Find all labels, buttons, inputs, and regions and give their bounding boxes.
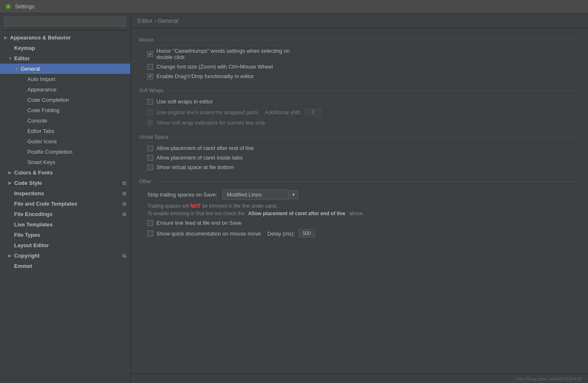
- sidebar-item-appearance-behavior[interactable]: ▶ Appearance & Behavior: [0, 32, 130, 43]
- trailing-not: NOT: [190, 203, 201, 209]
- search-input[interactable]: [4, 17, 126, 27]
- content-area: Editor › General Mouse Honor "CamelHumps…: [131, 13, 588, 383]
- breadcrumb-current: General: [158, 17, 178, 24]
- sidebar-item-live-templates[interactable]: Live Templates: [0, 219, 130, 230]
- caret-after-end-checkbox[interactable]: [147, 145, 153, 151]
- sidebar-item-auto-import[interactable]: Auto Import: [0, 74, 130, 84]
- sidebar-item-label-smart-keys: Smart Keys: [27, 159, 55, 165]
- sidebar-item-label-file-code-templates: File and Code Templates: [14, 201, 77, 207]
- search-container: [0, 13, 130, 31]
- sidebar-item-colors-fonts[interactable]: ▶ Colors & Fonts: [0, 167, 130, 178]
- sidebar-item-file-types[interactable]: File Types: [0, 230, 130, 240]
- quick-doc-checkbox[interactable]: [147, 231, 153, 236]
- drag-drop-checkbox[interactable]: [147, 74, 153, 79]
- sidebar-item-label-copyright: Copyright: [14, 253, 39, 259]
- sidebar-item-label-auto-import: Auto Import: [27, 76, 55, 82]
- sidebar-item-code-completion[interactable]: Code Completion: [0, 95, 130, 105]
- strip-trailing-dropdown-arrow[interactable]: ▼: [288, 190, 298, 199]
- mouse-section-label: Mouse: [139, 37, 580, 43]
- virtual-space-bottom-label: Show virtual space at file bottom: [156, 164, 234, 170]
- sidebar-item-label-file-types: File Types: [14, 232, 40, 238]
- additional-shift-label: Additional shift:: [265, 109, 301, 115]
- use-soft-wraps-checkbox[interactable]: [147, 99, 153, 105]
- sidebar-item-appearance[interactable]: Appearance: [0, 84, 130, 95]
- use-soft-wraps-row: Use soft wraps in editor: [139, 98, 580, 105]
- sidebar-item-inspections[interactable]: Inspections⧉: [0, 188, 130, 199]
- sidebar-item-label-editor-tabs: Editor Tabs: [27, 128, 54, 134]
- breadcrumb-separator: ›: [154, 17, 158, 24]
- sidebar-item-console[interactable]: Console: [0, 115, 130, 126]
- use-soft-wraps-label: Use soft wraps in editor: [156, 98, 213, 105]
- caret-inside-tabs-checkbox[interactable]: [147, 155, 153, 161]
- copy-icon-file-encodings: ⧉: [122, 211, 126, 217]
- sidebar-item-code-folding[interactable]: Code Folding: [0, 105, 130, 115]
- breadcrumb-path: Editor: [137, 17, 153, 24]
- sidebar-item-general[interactable]: ▼ General: [0, 64, 130, 74]
- trailing-info-2: be trimmed in the line under caret.: [202, 203, 278, 209]
- trailing-info-1: Trailing spaces will: [147, 203, 190, 209]
- sidebar-item-code-style[interactable]: ▶ Code Style⧉: [0, 178, 130, 188]
- soft-wraps-label: Soft Wraps: [139, 88, 580, 93]
- nav-arrow-copyright: ▶: [8, 253, 14, 258]
- sidebar-item-file-encodings[interactable]: File Encodings⧉: [0, 209, 130, 219]
- sidebar-item-label-console: Console: [27, 118, 47, 124]
- virtual-space-bottom-checkbox[interactable]: [147, 164, 153, 170]
- soft-wrap-indicators-label: Show soft wrap indicators for current li…: [156, 120, 265, 126]
- sidebar-item-gutter-icons[interactable]: Gutter Icons: [0, 136, 130, 147]
- breadcrumb: Editor › General: [131, 13, 588, 29]
- copy-icon-code-style: ⧉: [122, 180, 126, 186]
- main-layout: ▶ Appearance & BehaviorKeymap▼ Editor▼ G…: [0, 13, 588, 383]
- sidebar-item-label-editor: Editor: [14, 55, 30, 61]
- mouse-section: Mouse Honor "CamelHumps" words settings …: [139, 37, 580, 79]
- sidebar-item-label-live-templates: Live Templates: [14, 221, 53, 228]
- sidebar-item-emmet[interactable]: Emmet: [0, 261, 130, 271]
- status-bar: http://blog.csdn.net/u012124438: [131, 374, 588, 383]
- other-section: Other Strip trailing spaces on Save: Mod…: [139, 179, 580, 238]
- sidebar-item-layout-editor[interactable]: Layout Editor: [0, 240, 130, 250]
- sidebar-item-label-inspections: Inspections: [14, 190, 44, 196]
- sidebar-item-copyright[interactable]: ▶ Copyright⧉: [0, 250, 130, 261]
- strip-trailing-dropdown: Modified Lines ▼: [222, 189, 298, 200]
- quick-doc-label: Show quick documentation on mouse move: [156, 231, 261, 237]
- sidebar-item-label-colors-fonts: Colors & Fonts: [14, 169, 53, 176]
- sidebar-item-file-code-templates[interactable]: File and Code Templates⧉: [0, 199, 130, 209]
- sidebar-item-label-emmet: Emmet: [14, 263, 32, 269]
- original-indent-label: Use original line's indent for wrapped p…: [156, 109, 258, 115]
- caret-after-end-label: Allow placement of caret after end of li…: [156, 145, 254, 151]
- sidebar-item-editor[interactable]: ▼ Editor: [0, 53, 130, 64]
- line-feed-checkbox[interactable]: [147, 220, 153, 226]
- font-zoom-checkbox[interactable]: [147, 64, 153, 70]
- line-feed-row: Ensure line feed at file end on Save: [139, 220, 580, 226]
- strip-trailing-value[interactable]: Modified Lines: [222, 189, 288, 200]
- camel-humps-checkbox[interactable]: [147, 51, 153, 57]
- copy-icon-copyright: ⧉: [122, 253, 126, 259]
- delay-input[interactable]: [298, 229, 315, 238]
- trailing-spaces-info-1: Trailing spaces will NOT be trimmed in t…: [139, 203, 580, 209]
- nav-arrow-colors-fonts: ▶: [8, 170, 14, 175]
- titlebar: Settings: [0, 0, 588, 13]
- sidebar-item-editor-tabs[interactable]: Editor Tabs: [0, 126, 130, 136]
- nav-arrow-appearance-behavior: ▶: [4, 35, 10, 40]
- soft-wrap-indicators-checkbox[interactable]: [147, 120, 153, 126]
- virtual-space-bottom-row: Show virtual space at file bottom: [139, 164, 580, 170]
- sidebar-item-keymap[interactable]: Keymap: [0, 43, 130, 53]
- trailing-info-3: To enable trimming in that line too chec…: [147, 211, 247, 216]
- other-label: Other: [139, 179, 580, 184]
- copy-icon-inspections: ⧉: [122, 191, 126, 196]
- sidebar: ▶ Appearance & BehaviorKeymap▼ Editor▼ G…: [0, 13, 131, 383]
- trailing-spaces-info-2: To enable trimming in that line too chec…: [139, 211, 580, 216]
- nav-arrow-general: ▼: [15, 66, 21, 71]
- drag-drop-row: Enable Drag'n'Drop functionality in edit…: [139, 73, 580, 79]
- original-indent-checkbox[interactable]: [147, 109, 153, 115]
- font-zoom-row: Change font size (Zoom) with Ctrl+Mouse …: [139, 64, 580, 70]
- strip-trailing-label: Strip trailing spaces on Save:: [147, 192, 217, 198]
- sidebar-item-label-appearance-behavior: Appearance & Behavior: [10, 34, 71, 41]
- status-url: http://blog.csdn.net/u012124438: [516, 376, 581, 381]
- additional-shift-input[interactable]: [305, 108, 321, 116]
- virtual-space-label: Virtual Space: [139, 134, 580, 140]
- sidebar-item-smart-keys[interactable]: Smart Keys: [0, 157, 130, 167]
- sidebar-item-label-general: General: [21, 66, 40, 72]
- nav-arrow-code-style: ▶: [8, 181, 14, 185]
- sidebar-item-postfix-completion[interactable]: Postfix Completion: [0, 147, 130, 157]
- virtual-space-section: Virtual Space Allow placement of caret a…: [139, 134, 580, 170]
